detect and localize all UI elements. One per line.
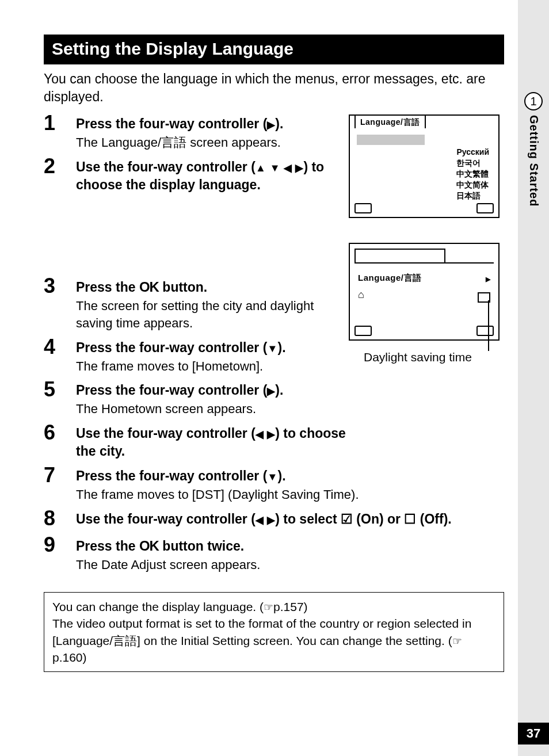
cjk-text: 言語 [113, 634, 137, 647]
left-arrow-icon [256, 426, 264, 441]
softkey-icon [354, 326, 372, 336]
step-desc-text: The screen for setting the city and dayl… [76, 297, 352, 331]
language-option: 中文简体 [456, 180, 489, 190]
ok-button-label: OK [139, 279, 159, 295]
step-desc-text: The Language/ [76, 135, 161, 150]
home-icon: ⌂ [358, 289, 364, 301]
pointer-icon [452, 634, 462, 647]
language-list: Русский 한국어 中文繁體 中文简体 日本語 [456, 147, 489, 201]
step-6: 6 Use the four-way controller ( ) to cho… [44, 421, 504, 460]
callout-line [488, 300, 489, 351]
step-title-text: (Off). [416, 511, 451, 526]
screen-tab [354, 249, 445, 262]
right-arrow-icon [267, 511, 275, 526]
step-number: 5 [44, 378, 76, 401]
step-title-text: Use the four-way controller ( [76, 159, 256, 174]
chapter-label: Getting Started [527, 115, 540, 207]
menu-row-label: Language/言語 [358, 273, 422, 284]
step-number: 6 [44, 421, 76, 444]
step-title-text: Press the four-way controller ( [76, 468, 267, 483]
step-title-text: Press the four-way controller ( [76, 116, 267, 131]
down-arrow-icon [267, 340, 277, 355]
note-box: You can change the display language. (p.… [44, 592, 504, 673]
step-desc-text: The frame moves to [Hometown]. [76, 358, 352, 375]
side-tab: 1 Getting Started 37 [518, 0, 549, 756]
step-title-text: (On) or [353, 511, 404, 526]
note-text: You can change the display language. ( [52, 600, 264, 613]
pointer-icon [264, 600, 273, 613]
step-8: 8 Use the four-way controller ( ) to sel… [44, 507, 504, 530]
left-arrow-icon [256, 511, 264, 526]
step-title-text: button. [159, 280, 207, 295]
note-text: p.157) [273, 600, 308, 613]
section-heading: Setting the Display Language [44, 35, 504, 64]
up-arrow-icon [256, 159, 266, 174]
language-option: 中文繁體 [456, 169, 489, 180]
step-title-text: Press the [76, 280, 139, 295]
softkey-icon [476, 326, 494, 336]
callout-caption: Daylight saving time [364, 350, 472, 364]
steps-list: 1 Press the four-way controller (). The … [44, 112, 504, 574]
checkbox-off-icon [404, 511, 416, 526]
page-number: 37 [518, 723, 549, 744]
step-7: 7 Press the four-way controller (). The … [44, 464, 504, 503]
right-arrow-icon [267, 116, 275, 131]
step-desc-text: screen appears. [186, 135, 281, 150]
step-desc-text: The frame moves to [DST] (Daylight Savin… [76, 486, 504, 503]
step-number: 3 [44, 274, 76, 297]
step-title-text: Press the four-way controller ( [76, 383, 267, 398]
language-option: 日本語 [456, 190, 489, 201]
step-title-text: ). [275, 383, 283, 398]
step-title-text: Press the [76, 539, 139, 553]
step-title-text: ). [278, 340, 286, 355]
chapter-number-badge: 1 [524, 92, 543, 110]
step-number: 4 [44, 335, 76, 358]
intro-text: You can choose the language in which the… [44, 70, 504, 106]
step-desc-text: The Hometown screen appears. [76, 400, 352, 418]
selection-highlight [357, 135, 425, 145]
right-arrow-icon [267, 426, 275, 441]
softkey-icon [476, 203, 494, 213]
step-title-text: Use the four-way controller ( [76, 426, 256, 441]
right-arrow-icon [267, 383, 275, 398]
ok-button-label: OK [139, 538, 159, 553]
step-title-text: Use the four-way controller ( [76, 511, 256, 526]
step-title-text: ). [278, 468, 286, 483]
screen-tab-label: Language/言語 [354, 114, 426, 128]
step-title-text: button twice. [159, 539, 244, 553]
submenu-arrow-icon [486, 273, 491, 283]
down-arrow-icon [267, 468, 277, 483]
settings-screen-illustration: Language/言語 ⌂ [349, 243, 500, 341]
step-number: 7 [44, 464, 76, 487]
step-number: 1 [44, 112, 76, 135]
step-number: 9 [44, 533, 76, 556]
language-option: Русский [456, 147, 489, 158]
step-desc-text: The Date Adjust screen appears. [76, 556, 504, 574]
softkey-icon [354, 203, 372, 213]
step-number: 2 [44, 155, 76, 178]
step-9: 9 Press the OK button twice. The Date Ad… [44, 533, 504, 574]
language-screen-illustration: Language/言語 Русский 한국어 中文繁體 中文简体 日本語 [349, 114, 500, 218]
right-arrow-icon [295, 159, 303, 174]
step-title-text: Press the four-way controller ( [76, 340, 267, 355]
left-arrow-icon [284, 159, 292, 174]
down-arrow-icon [269, 159, 280, 174]
step-5: 5 Press the four-way controller (). The … [44, 378, 504, 418]
step-title-text: ). [275, 116, 283, 131]
language-option: 한국어 [456, 158, 489, 169]
note-text: p.160) [52, 651, 87, 664]
step-number: 8 [44, 507, 76, 530]
cjk-text: 言語 [161, 135, 186, 150]
checkbox-on-icon [341, 511, 353, 526]
note-text: ] on the Initial Setting screen. You can… [137, 634, 452, 647]
step-title-text: ) to select [275, 511, 341, 526]
divider [354, 262, 494, 264]
